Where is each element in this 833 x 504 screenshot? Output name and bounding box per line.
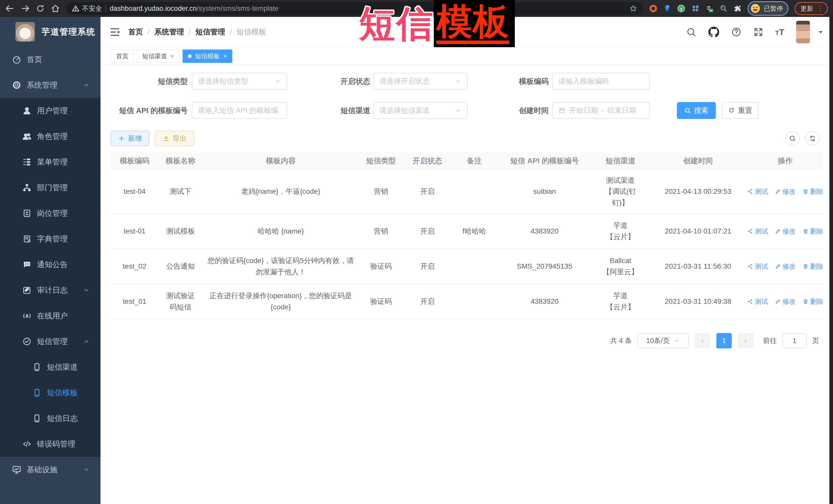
back-icon[interactable] [5, 4, 14, 13]
security-warning[interactable]: 不安全 [72, 4, 102, 13]
sidebar-item-online[interactable]: 在线用户 [0, 303, 100, 329]
api-template-id-input[interactable] [198, 106, 281, 115]
sidebar-logo[interactable]: 芋道管理系统 [0, 17, 100, 47]
show-search-button[interactable] [785, 131, 800, 146]
profile-status-label: 已暂停 [764, 4, 783, 13]
delete-link[interactable]: 删除 [803, 226, 824, 236]
cell-remark [452, 249, 497, 284]
breadcrumb-item[interactable]: 短信管理 [195, 27, 225, 37]
edit-link[interactable]: 修改 [775, 261, 796, 271]
channel-select[interactable]: 请选择短信渠道 [373, 102, 468, 119]
page-size-select[interactable]: 10条/页 [637, 333, 689, 349]
date-range-picker[interactable]: 开始日期 - 结束日期 [552, 102, 650, 119]
goto-page-input[interactable] [783, 333, 807, 349]
breadcrumb-item[interactable]: 系统管理 [154, 27, 184, 37]
action-label: 修改 [783, 226, 796, 236]
refresh-table-button[interactable] [805, 131, 820, 146]
fullscreen-icon[interactable] [753, 27, 763, 37]
browser-profile-chip[interactable]: 已暂停 [747, 1, 788, 16]
delete-link[interactable]: 删除 [803, 186, 824, 197]
sidebar-item-errcode[interactable]: 错误码管理 [0, 431, 100, 457]
extension-orange-ring-icon[interactable] [649, 4, 658, 13]
delete-icon [803, 188, 809, 195]
sidebar-item-sms[interactable]: 短信管理 [0, 329, 100, 354]
font-size-icon[interactable]: TT [775, 28, 784, 37]
sms-type-label: 短信类型 [111, 73, 188, 90]
template-code-input[interactable] [558, 77, 644, 86]
extension-green-y-icon[interactable]: y [677, 4, 686, 13]
sidebar-item-notice[interactable]: 通知公告 [0, 252, 100, 278]
export-button[interactable]: 导出 [155, 131, 194, 146]
download-icon [163, 135, 169, 142]
test-link[interactable]: 测试 [747, 296, 768, 307]
breadcrumb-item[interactable]: 首页 [128, 27, 143, 37]
sidebar-item-menu[interactable]: 菜单管理 [0, 149, 100, 175]
security-label: 不安全 [82, 4, 102, 13]
cell-name: 公告通知 [159, 249, 203, 284]
help-icon[interactable] [731, 27, 741, 37]
date-separator: - [601, 106, 604, 115]
edit-link[interactable]: 修改 [775, 186, 796, 197]
reload-icon[interactable] [36, 4, 45, 13]
close-icon[interactable]: × [170, 53, 174, 59]
search-icon[interactable] [686, 27, 696, 37]
sidebar-item-audit[interactable]: 审计日志 [0, 278, 100, 303]
github-icon[interactable] [708, 26, 719, 38]
sidebar-item-dict[interactable]: 字典管理 [0, 226, 100, 252]
sidebar-item-sms-template[interactable]: 短信模板 [0, 380, 100, 406]
extensions-row: y on [649, 4, 741, 13]
home-icon[interactable] [51, 4, 60, 13]
delete-link[interactable]: 删除 [803, 296, 824, 307]
browser-menu-dots-icon[interactable]: ⋮ [817, 5, 824, 12]
reset-button[interactable]: 重置 [722, 102, 758, 119]
chevron-down-icon[interactable] [817, 28, 824, 35]
prev-page-button[interactable]: ‹ [694, 333, 711, 349]
tab-短信模板[interactable]: 短信模板× [183, 49, 232, 63]
tab-短信渠道[interactable]: 短信渠道× [137, 49, 180, 63]
edit-link[interactable]: 修改 [775, 226, 796, 236]
extension-blue-pin-icon[interactable] [663, 4, 671, 13]
url-text[interactable]: dashboard.yudao.iocoder.cn/system/sms/sm… [110, 5, 279, 13]
next-page-button[interactable]: › [737, 333, 754, 349]
test-link[interactable]: 测试 [747, 261, 768, 271]
sidebar-item-dept[interactable]: 部门管理 [0, 175, 100, 200]
cell-name: 测试验证码短信 [159, 284, 203, 319]
test-link[interactable]: 测试 [747, 186, 768, 197]
test-link[interactable]: 测试 [747, 226, 768, 236]
phone-icon [32, 362, 42, 372]
sms-type-select[interactable]: 请选择短信类型 [192, 73, 287, 90]
tab-首页[interactable]: 首页 [111, 49, 134, 63]
forward-icon[interactable] [21, 4, 30, 13]
page-1-button[interactable]: 1 [716, 333, 732, 349]
user-avatar[interactable] [796, 21, 810, 43]
search-button[interactable]: 搜索 [677, 102, 716, 119]
browser-update-button[interactable]: 更新 ⋮ [794, 2, 828, 15]
delete-link[interactable]: 删除 [803, 261, 824, 271]
hamburger-icon[interactable] [109, 26, 120, 38]
table-utility-buttons [785, 131, 820, 146]
sidebar-item-home[interactable]: 首页 [0, 47, 100, 72]
sidebar-item-user[interactable]: 用户管理 [0, 98, 100, 124]
address-bar[interactable]: 不安全 dashboard.yudao.iocoder.cn/system/sm… [66, 2, 643, 15]
extension-magnifier-icon[interactable] [719, 4, 728, 13]
status-select[interactable]: 请选择开启状态 [373, 73, 468, 90]
sidebar-item-sms-channel[interactable]: 短信渠道 [0, 354, 100, 380]
extension-list-on-icon[interactable]: on [705, 4, 714, 13]
bookmark-star-icon[interactable] [629, 4, 637, 13]
sidebar-item-role[interactable]: 角色管理 [0, 124, 100, 149]
sidebar-item-sms-log[interactable]: 短信日志 [0, 406, 100, 431]
extension-grid-icon[interactable] [691, 4, 699, 13]
add-button[interactable]: 新增 [111, 131, 149, 146]
browser-scrollbar[interactable] [829, 17, 833, 504]
sidebar-item-post[interactable]: 岗位管理 [0, 200, 100, 226]
edit-icon [775, 298, 781, 305]
extensions-puzzle-icon[interactable] [733, 4, 741, 13]
app-frame: 芋道管理系统 首页系统管理用户管理角色管理菜单管理部门管理岗位管理字典管理通知公… [0, 17, 833, 504]
close-icon[interactable]: × [223, 53, 227, 59]
sidebar-item-infra[interactable]: 基础设施 [0, 457, 100, 482]
svg-text:on: on [709, 9, 713, 12]
cell-remark [452, 170, 497, 213]
edit-link[interactable]: 修改 [775, 296, 796, 307]
sidebar-item-system[interactable]: 系统管理 [0, 72, 100, 98]
api-template-id-input-wrap [192, 102, 287, 119]
